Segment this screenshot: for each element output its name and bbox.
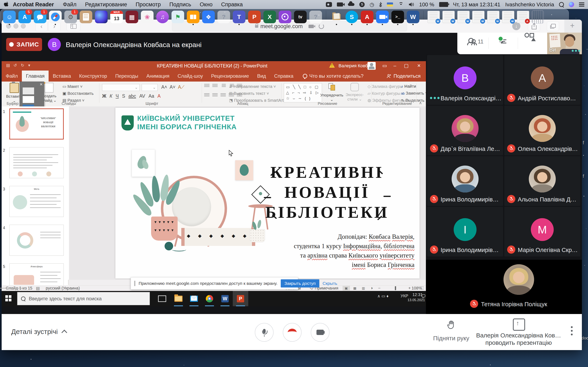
- dock-icon-app-store[interactable]: A5: [18, 11, 31, 23]
- dock-icon-finder[interactable]: ☺: [3, 11, 16, 23]
- menu-item-Окно[interactable]: Окно: [195, 1, 217, 8]
- taskbar-app-chrome[interactable]: [202, 291, 217, 306]
- minimized-window[interactable]: W: [428, 11, 440, 23]
- slide-thumbnail-2[interactable]: [9, 147, 64, 178]
- font-style-А[interactable]: А: [157, 93, 160, 99]
- slide-thumbnail-3[interactable]: Мета: [9, 186, 64, 217]
- dock-icon-siri[interactable]: [95, 11, 108, 23]
- camera-toggle-button[interactable]: [311, 323, 329, 342]
- dock-icon-notes[interactable]: [80, 11, 92, 23]
- taskbar-app-explorer[interactable]: [171, 291, 186, 306]
- dock-icon-terminal[interactable]: >_: [391, 11, 404, 23]
- task-view-button[interactable]: [154, 291, 170, 306]
- minimized-window[interactable]: A: [517, 11, 529, 23]
- dock-icon-acrobat[interactable]: A: [361, 11, 373, 23]
- font-style-abc[interactable]: abc: [129, 93, 136, 99]
- time-machine-icon[interactable]: ◷: [370, 1, 374, 8]
- minimize-window-button[interactable]: [13, 24, 18, 29]
- reload-icon[interactable]: [319, 24, 324, 29]
- account-avatar-icon[interactable]: [367, 62, 376, 70]
- ppt-tab-Вид[interactable]: Вид: [253, 71, 270, 82]
- ppt-tab-Файл[interactable]: Файл: [2, 71, 22, 82]
- dock-icon-media-app[interactable]: ▦: [126, 11, 138, 23]
- font-style-S[interactable]: S: [122, 93, 125, 99]
- notification-center-icon[interactable]: [579, 2, 584, 7]
- close-window-button[interactable]: [6, 24, 11, 29]
- fit-to-window-button[interactable]: ⛶: [421, 286, 424, 291]
- minimized-window[interactable]: W: [472, 11, 484, 23]
- battery-icon[interactable]: [439, 2, 448, 7]
- menu-item-Просмотр[interactable]: Просмотр: [131, 1, 165, 8]
- wifi-icon[interactable]: [398, 2, 404, 7]
- participant-tile[interactable]: Дар`я Віталіївна Ле…: [427, 106, 503, 155]
- ppt-tab-Конструктор[interactable]: Конструктор: [75, 71, 111, 82]
- font-style-AV[interactable]: AV: [139, 93, 145, 99]
- align-text-button[interactable]: ⊞ Выровнять текст ˅: [229, 91, 269, 96]
- dock-icon-maps[interactable]: ⚑: [172, 11, 184, 23]
- menu-item-Справка[interactable]: Справка: [217, 1, 247, 8]
- close-icon[interactable]: ✕: [40, 82, 43, 87]
- text-direction-button[interactable]: ⇵ Направление текста ˅: [229, 84, 276, 89]
- minimized-window[interactable]: W: [442, 11, 455, 23]
- stop-sharing-button[interactable]: Закрыть доступ: [281, 279, 319, 287]
- tellme-box[interactable]: Что вы хотите сделать?: [303, 73, 363, 79]
- dock-icon-video-call-app[interactable]: [376, 11, 389, 23]
- drag-handle-icon[interactable]: [134, 281, 135, 286]
- desktop-item-label[interactable]: f: [583, 140, 584, 146]
- dock-icon-powerpoint[interactable]: P: [248, 11, 261, 23]
- mute-microphone-button[interactable]: [255, 323, 274, 342]
- minimized-window[interactable]: W: [457, 11, 470, 23]
- ppt-share-button[interactable]: Поделиться: [387, 73, 421, 79]
- dock-icon-system-preferences[interactable]: ⚙1: [64, 11, 77, 23]
- normal-view-button[interactable]: ▣: [343, 286, 350, 291]
- zoom-slider-handle[interactable]: [395, 286, 396, 290]
- dock-icon-teams[interactable]: T: [233, 11, 245, 23]
- warning-icon[interactable]: [329, 63, 335, 68]
- font-name-combobox[interactable]: ⌄: [102, 84, 140, 91]
- replace-button[interactable]: ab Заменить ˅: [401, 91, 428, 96]
- dock-icon-messages[interactable]: 1: [34, 11, 46, 23]
- menu-item-Редактирование[interactable]: Редактирование: [81, 1, 131, 8]
- ppt-close-button[interactable]: ×: [415, 62, 424, 69]
- tab-overview-button[interactable]: [547, 21, 559, 31]
- participant-tile-large[interactable]: Тетяна Ігорівна Поліщук: [426, 260, 582, 314]
- layout-button[interactable]: ▭ Макет ˅: [62, 84, 82, 89]
- action-center-icon[interactable]: 🗩: [421, 294, 426, 299]
- chat-button[interactable]: [499, 38, 501, 42]
- ppt-tab-Рецензирование[interactable]: Рецензирование: [207, 71, 253, 82]
- dock-icon-downloads-stack[interactable]: [330, 11, 343, 23]
- dock-icon-keynote[interactable]: ❖: [202, 11, 215, 23]
- tray-hidden-icons[interactable]: ∧ ▭ ♦: [377, 294, 389, 299]
- taskbar-app-word[interactable]: W: [217, 291, 233, 306]
- slideshow-view-button[interactable]: ⏵: [368, 286, 376, 291]
- dock-icon-excel[interactable]: X: [263, 11, 276, 23]
- tab-camera-icon[interactable]: [309, 25, 314, 28]
- font-style-К[interactable]: К: [110, 93, 112, 99]
- dock-icon-safari[interactable]: [49, 11, 62, 23]
- zoom-in-button[interactable]: +: [408, 286, 411, 291]
- collapse-ribbon-button[interactable]: ∧: [419, 100, 422, 105]
- meeting-details-button[interactable]: Деталі зустрічі: [11, 328, 66, 336]
- dock-icon-apple-tv[interactable]: tv: [294, 11, 307, 23]
- windows-search-box[interactable]: Введите здесь текст для поиска: [17, 292, 150, 305]
- font-style-buttons[interactable]: ЖКЧSabcAVAaА: [102, 93, 161, 99]
- shape-outline-button[interactable]: ▱ Контур фигуры ˅: [367, 91, 404, 96]
- ppt-tab-Анимация[interactable]: Анимация: [142, 71, 173, 82]
- ppt-tab-Главная[interactable]: Главная: [22, 71, 49, 82]
- new-tab-button[interactable]: +: [570, 21, 575, 30]
- taskbar-app-powerpoint[interactable]: P: [233, 291, 248, 306]
- reading-view-button[interactable]: ▥: [360, 286, 367, 291]
- dock-icon-missing-app[interactable]: ?: [217, 11, 230, 23]
- shape-fill-button[interactable]: ◇ Заливка фигуры ˅: [367, 84, 406, 89]
- font-style-Aa[interactable]: Aa: [148, 93, 154, 99]
- zoom-out-button[interactable]: −: [378, 286, 380, 291]
- arrange-button[interactable]: Упорядочить⌄: [319, 83, 345, 102]
- quick-styles-button[interactable]: Экспресс-стили ⌄: [343, 83, 366, 101]
- desktop-item-label[interactable]: doc: [581, 336, 588, 341]
- restore-slide-button[interactable]: ▣ Восстановить: [62, 91, 94, 96]
- participant-tile[interactable]: MМарія Олегівна Скр…: [504, 207, 580, 257]
- leave-call-button[interactable]: [283, 323, 302, 342]
- bluetooth-icon[interactable]: [379, 2, 382, 7]
- shapes-gallery[interactable]: ▭ ╲ ╲ □ ○ ▢ △ ⌐ ¬ ⇨ ⇩ ▷ ☆ ⌣ ∼ { }: [284, 83, 322, 102]
- ppt-tab-Переходы[interactable]: Переходы: [111, 71, 142, 82]
